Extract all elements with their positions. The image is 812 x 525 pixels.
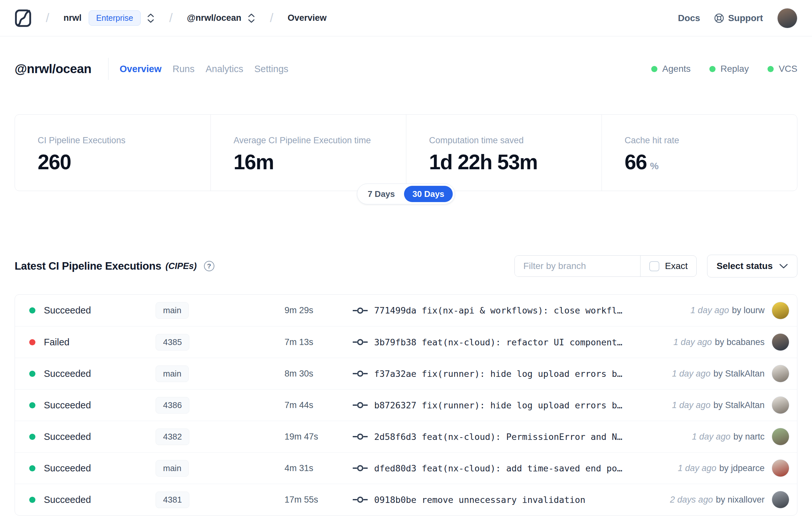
- cipe-status-cell: Succeeded: [29, 369, 156, 379]
- cipe-status: Succeeded: [44, 369, 91, 379]
- workspace-switcher-chevrons-icon[interactable]: [247, 13, 256, 24]
- breadcrumb-page[interactable]: Overview: [288, 13, 327, 23]
- cipe-duration: 7m 13s: [285, 337, 353, 347]
- online-dot-icon: [651, 66, 657, 72]
- branch-filter-input[interactable]: [515, 256, 640, 276]
- online-dot-icon: [767, 66, 774, 72]
- tab-overview[interactable]: Overview: [120, 64, 162, 74]
- workspace-title: @nrwl/ocean: [15, 62, 91, 76]
- cipe-row[interactable]: Succeeded 4386 7m 44s b8726327 fix(runne…: [15, 389, 797, 421]
- cipe-status-cell: Succeeded: [29, 463, 156, 474]
- tab-analytics[interactable]: Analytics: [205, 64, 243, 74]
- cipe-commit-cell: f37a32ae fix(runner): hide log upload er…: [353, 369, 662, 379]
- cipe-status: Failed: [44, 337, 70, 348]
- git-commit-icon: [353, 432, 368, 441]
- branch-filter-group: Exact: [515, 255, 697, 277]
- org-plan-badge: Enterprise: [89, 10, 141, 26]
- stat-computation-time-saved: Computation time saved 1d 22h 53m: [406, 115, 601, 191]
- range-30-days[interactable]: 30 Days: [404, 186, 453, 202]
- service-statuses: Agents Replay VCS: [651, 64, 797, 74]
- cipe-branch-cell: main: [156, 302, 285, 319]
- cipe-branch-cell: main: [156, 460, 285, 477]
- cipe-section-head: Latest CI Pipeline Executions (CIPEs) ? …: [15, 255, 797, 278]
- git-commit-icon: [353, 337, 368, 347]
- support-link[interactable]: Support: [714, 13, 763, 24]
- cipe-status-cell: Succeeded: [29, 494, 156, 505]
- workspace-tabs: Overview Runs Analytics Settings: [120, 64, 288, 74]
- exact-checkbox[interactable]: [649, 261, 659, 271]
- date-range-toggle: 7 Days 30 Days: [357, 183, 455, 204]
- breadcrumb-separator: /: [270, 11, 274, 25]
- workspace-header: @nrwl/ocean Overview Runs Analytics Sett…: [15, 57, 797, 80]
- cipe-status-cell: Failed: [29, 337, 156, 348]
- breadcrumb-org[interactable]: nrwl: [64, 13, 82, 23]
- cipe-author: by StalkAltan: [713, 369, 765, 379]
- cipe-filters: Exact Select status: [515, 255, 797, 278]
- status-select-dropdown[interactable]: Select status: [707, 255, 797, 278]
- cipe-author: by lourw: [732, 305, 765, 315]
- commit-message: f37a32ae fix(runner): hide log upload er…: [374, 369, 622, 379]
- cipe-row[interactable]: Succeeded 4381 17m 55s 0918b0be remove u…: [15, 484, 797, 515]
- commit-message: dfed80d3 feat(nx-cloud): add time-saved …: [374, 463, 622, 473]
- commit-message: 771499da fix(nx-api & workflows): close …: [374, 305, 622, 315]
- status-dot-icon: [29, 465, 35, 471]
- divider: [108, 58, 108, 80]
- avatar: [772, 396, 789, 414]
- cipe-duration: 19m 47s: [285, 432, 353, 442]
- cipe-heading: Latest CI Pipeline Executions (CIPEs) ?: [15, 260, 214, 272]
- status-agents[interactable]: Agents: [651, 64, 691, 74]
- cipe-status: Succeeded: [44, 432, 91, 442]
- cipe-author: by nixallover: [716, 495, 765, 505]
- avatar: [772, 491, 789, 508]
- cipe-title: Latest CI Pipeline Executions: [15, 260, 162, 272]
- stats-cards: CI Pipeline Executions 260 Average CI Pi…: [15, 114, 797, 191]
- cipe-row[interactable]: Succeeded main 4m 31s dfed80d3 feat(nx-c…: [15, 452, 797, 484]
- cipe-time: 2 days ago: [670, 495, 713, 505]
- status-dot-icon: [29, 339, 35, 345]
- cipe-status-cell: Succeeded: [29, 432, 156, 442]
- git-commit-icon: [353, 369, 368, 378]
- cipe-meta-cell: 1 day ago by jdpearce: [668, 460, 789, 477]
- status-replay[interactable]: Replay: [709, 64, 749, 74]
- docs-link[interactable]: Docs: [678, 13, 700, 24]
- cipe-row[interactable]: Failed 4385 7m 13s 3b79fb38 feat(nx-clou…: [15, 326, 797, 358]
- tab-runs[interactable]: Runs: [172, 64, 195, 74]
- cipe-duration: 8m 30s: [285, 369, 353, 379]
- org-switcher-chevrons-icon[interactable]: [147, 13, 155, 24]
- cipe-duration: 9m 29s: [285, 305, 353, 315]
- breadcrumb-separator: /: [46, 11, 49, 25]
- branch-badge: 4381: [156, 492, 189, 508]
- tab-settings[interactable]: Settings: [254, 64, 288, 74]
- nx-cloud-logo[interactable]: [15, 9, 31, 27]
- cipe-row[interactable]: Succeeded 4382 19m 47s 2d58f6d3 feat(nx-…: [15, 421, 797, 452]
- stats-section: CI Pipeline Executions 260 Average CI Pi…: [15, 114, 797, 191]
- git-commit-icon: [353, 400, 368, 410]
- status-dot-icon: [29, 371, 35, 377]
- user-avatar[interactable]: [777, 8, 797, 28]
- exact-toggle[interactable]: Exact: [640, 256, 696, 276]
- breadcrumb-separator: /: [169, 11, 173, 25]
- status-vcs[interactable]: VCS: [767, 64, 797, 74]
- cipe-branch-cell: 4381: [156, 492, 285, 508]
- cipe-meta-cell: 1 day ago by bcabanes: [663, 333, 789, 351]
- avatar: [772, 333, 789, 351]
- cipe-subtitle: (CIPEs): [166, 261, 197, 271]
- cipe-row[interactable]: Succeeded main 8m 30s f37a32ae fix(runne…: [15, 358, 797, 389]
- cipe-status-cell: Succeeded: [29, 305, 156, 316]
- help-icon[interactable]: ?: [204, 261, 214, 271]
- range-7-days[interactable]: 7 Days: [359, 186, 403, 202]
- cipe-status: Succeeded: [44, 305, 91, 316]
- cipe-author: by jdpearce: [719, 463, 765, 473]
- avatar: [772, 460, 789, 477]
- cipe-row[interactable]: Succeeded main 9m 29s 771499da fix(nx-ap…: [15, 295, 797, 326]
- stat-cache-hit-rate: Cache hit rate 66%: [601, 115, 797, 191]
- cipe-author: by StalkAltan: [713, 400, 765, 410]
- status-dot-icon: [29, 308, 35, 314]
- cipe-commit-cell: 2d58f6d3 feat(nx-cloud): PermissionError…: [353, 432, 682, 442]
- branch-badge: 4382: [156, 429, 189, 445]
- cipe-meta-cell: 2 days ago by nixallover: [660, 491, 789, 508]
- cipe-status: Succeeded: [44, 463, 91, 474]
- breadcrumb-workspace[interactable]: @nrwl/ocean: [187, 13, 241, 23]
- avatar: [772, 428, 789, 446]
- commit-message: 2d58f6d3 feat(nx-cloud): PermissionError…: [374, 432, 622, 442]
